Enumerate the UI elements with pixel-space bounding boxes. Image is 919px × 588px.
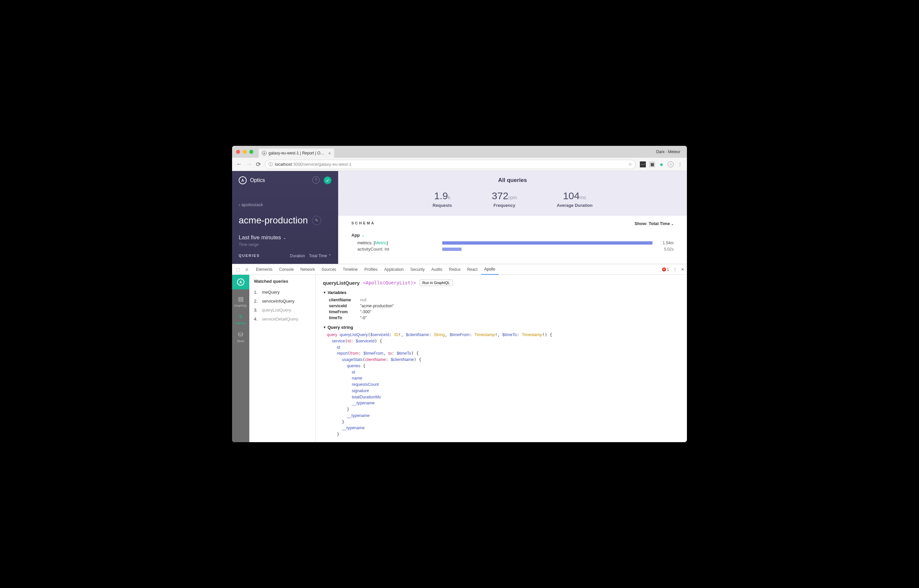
extension-icon[interactable]: A <box>668 162 674 167</box>
show-selector[interactable]: Show: Total Time ⌄ <box>635 221 674 226</box>
help-icon[interactable]: ? <box>312 176 320 184</box>
rail-queries[interactable]: ≡ Queries <box>236 313 246 325</box>
tab-sources[interactable]: Sources <box>318 264 339 275</box>
rail-store[interactable]: ⛁ Store <box>237 331 244 343</box>
timerange-value: Last five minutes <box>239 234 281 241</box>
breadcrumb[interactable]: ‹ apollostack <box>239 202 331 207</box>
forward-button[interactable]: → <box>246 161 252 168</box>
query-list-item[interactable]: 1.meQuery <box>254 288 311 297</box>
tab-security[interactable]: Security <box>407 264 428 275</box>
tab-redux[interactable]: Redux <box>446 264 464 275</box>
error-dot-icon: ✕ <box>662 268 666 271</box>
devtools-tabs: ⬚ ⎚ Elements Console Network Sources Tim… <box>232 264 687 275</box>
site-info-icon[interactable]: ⓘ <box>268 162 273 167</box>
field-time: 5.02s <box>657 247 674 252</box>
stat-unit: rpm <box>508 195 517 200</box>
section-label: Query string <box>328 325 353 330</box>
tab-application[interactable]: Application <box>381 264 407 275</box>
field-name: activityCount <box>357 247 382 252</box>
stats-row: 1.9k Requests 372rpm Frequency 104ms Ave… <box>338 184 687 216</box>
tab-react[interactable]: React <box>464 264 481 275</box>
browser-window: A galaxy-eu-west-1 | Report | O… × Dani … <box>232 146 687 442</box>
extension-icon[interactable]: ⋯ <box>640 162 646 167</box>
stat-unit: ms <box>580 195 586 200</box>
rail-graphiql[interactable]: ▤ GraphiQL <box>234 295 247 307</box>
variables-toggle[interactable]: ▼Variables <box>323 290 680 295</box>
address-bar[interactable]: ⓘ localhost:3000/service/galaxy-eu-west-… <box>265 160 636 169</box>
apollo-logo[interactable]: A <box>232 275 249 289</box>
maximize-window-icon[interactable] <box>249 150 253 154</box>
stat-value: 372 <box>492 190 508 201</box>
apollo-logo-icon: A <box>237 278 244 286</box>
var-value: "acme-production" <box>360 304 394 308</box>
query-name: serviceDetailQuery <box>262 317 298 321</box>
tab-audits[interactable]: Audits <box>428 264 446 275</box>
query-detail: queryListQuery <Apollo(QueryList)> Run i… <box>316 275 687 442</box>
brand-name: Optics <box>250 177 265 183</box>
tab-timeline[interactable]: Timeline <box>339 264 361 275</box>
back-button[interactable]: ← <box>236 161 242 168</box>
tab-console[interactable]: Console <box>276 264 297 275</box>
device-toolbar-icon[interactable]: ⎚ <box>244 267 249 272</box>
breadcrumb-item: apollostack <box>241 202 263 207</box>
rail-label: Queries <box>236 321 246 325</box>
inspect-icon[interactable]: ⬚ <box>235 267 241 272</box>
app: A Optics ? ✓ ‹ apollostack acme-producti… <box>232 171 687 264</box>
section-label: Variables <box>328 290 346 295</box>
error-badge[interactable]: ✕1 <box>662 267 669 272</box>
window-controls[interactable] <box>236 150 253 154</box>
sort-selector[interactable]: Total Time ⌃ <box>309 254 331 258</box>
stat-label: Frequency <box>492 203 517 208</box>
schema-field[interactable]: metrics: [Metric] 1.54m <box>351 240 674 246</box>
devtools-menu-icon[interactable]: ⋮ <box>673 267 677 272</box>
chrome-menu-icon[interactable]: ⋮ <box>677 162 683 167</box>
close-window-icon[interactable] <box>236 150 240 154</box>
run-in-graphiql-button[interactable]: Run in GraphiQL <box>419 279 453 286</box>
graphiql-icon: ▤ <box>238 295 244 303</box>
variables-section: ▼Variables clientNamenull serviceId"acme… <box>323 290 680 321</box>
schema-type[interactable]: App ⌄ <box>351 231 674 240</box>
brand[interactable]: A Optics <box>239 176 265 184</box>
chevron-up-icon: ⌃ <box>328 254 331 258</box>
queries-header: QUERIES Duration Total Time ⌃ <box>232 247 338 262</box>
reload-button[interactable]: ⟳ <box>256 161 261 168</box>
timerange-selector[interactable]: Last five minutes ⌄ <box>239 234 331 241</box>
chevron-down-icon: ⌄ <box>362 233 364 237</box>
query-code: query queryListQuery($serviceId: ID!, $c… <box>327 332 680 438</box>
status-ok-icon[interactable]: ✓ <box>323 176 331 184</box>
stat-value: 104 <box>563 190 580 201</box>
browser-tab[interactable]: A galaxy-eu-west-1 | Report | O… × <box>258 149 334 158</box>
stat-unit: k <box>448 195 451 200</box>
close-devtools-icon[interactable]: ✕ <box>681 267 684 272</box>
apollo-rail: A ▤ GraphiQL ≡ Queries ⛁ Store <box>232 275 249 442</box>
query-string-toggle[interactable]: ▼Query string <box>323 325 680 330</box>
tab-network[interactable]: Network <box>297 264 318 275</box>
var-key: timeTo <box>329 315 360 320</box>
edit-icon[interactable]: ✎ <box>312 216 321 225</box>
bookmark-star-icon[interactable]: ☆ <box>628 162 632 167</box>
browser-profile[interactable]: Dani - Meteor <box>656 150 683 154</box>
stat-requests: 1.9k Requests <box>433 190 452 208</box>
rail-label: Store <box>237 339 244 343</box>
close-tab-icon[interactable]: × <box>328 151 331 156</box>
query-name: serviceInfoQuery <box>262 299 294 304</box>
minimize-window-icon[interactable] <box>243 150 247 154</box>
query-list-item[interactable]: 2.serviceInfoQuery <box>254 297 311 305</box>
extension-icon[interactable]: ◉ <box>658 162 664 167</box>
triangle-down-icon: ▼ <box>323 325 326 329</box>
query-list-item[interactable]: 3.queryListQuery <box>254 305 311 315</box>
query-list-item[interactable]: 4.serviceDetailQuery <box>254 315 311 323</box>
schema-field[interactable]: activityCount: Int 5.02s <box>351 246 674 252</box>
brand-logo-icon: A <box>239 176 247 184</box>
tab-profiles[interactable]: Profiles <box>361 264 381 275</box>
query-name: meQuery <box>262 290 279 295</box>
tab-elements[interactable]: Elements <box>253 264 276 275</box>
queries-label: QUERIES <box>239 254 260 258</box>
url-port: :3000 <box>292 162 303 167</box>
tab-apollo[interactable]: Apollo <box>481 264 499 275</box>
extension-icon[interactable]: ▦ <box>649 162 655 167</box>
duration-label: Duration <box>290 254 305 258</box>
var-value: null <box>360 298 367 302</box>
stat-label: Average Duration <box>557 203 593 208</box>
stat-frequency: 372rpm Frequency <box>492 190 517 208</box>
